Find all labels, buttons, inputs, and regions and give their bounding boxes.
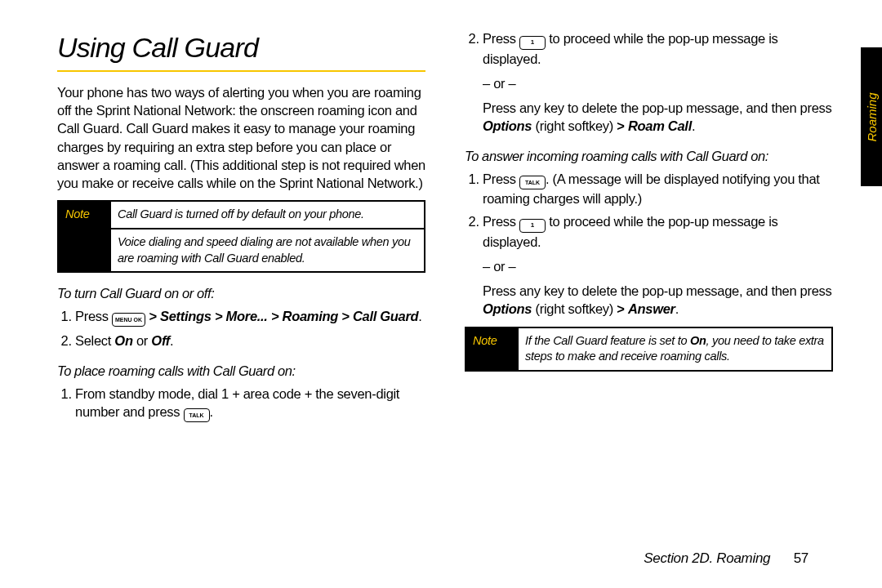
subhead-place: To place roaming calls with Call Guard o… [57,362,425,380]
note-line-2: Voice dialing and speed dialing are not … [110,229,425,272]
page-title: Using Call Guard [57,29,425,67]
turn-step-2: Select On or Off. [75,332,425,350]
footer-section: Section 2D. Roaming [644,550,770,566]
place-step-1: From standby mode, dial 1 + area code + … [75,385,425,422]
note-box-1: Note Call Guard is turned off by default… [57,200,425,273]
subhead-answer: To answer incoming roaming calls with Ca… [465,147,833,165]
turn-steps: Press MENU OK > Settings > More... > Roa… [57,307,425,350]
talk-key-icon: TALK [184,408,210,422]
side-tab-roaming: Roaming [861,47,882,186]
page-footer: Section 2D. Roaming 57 [644,550,808,567]
place-alt: Press any key to delete the pop-up messa… [483,99,833,136]
one-key-icon: 1 [519,36,546,50]
subhead-turn: To turn Call Guard on or off: [57,284,425,302]
answer-step-1: Press TALK. (A message will be displayed… [483,170,833,207]
one-key-icon: 1 [519,219,546,233]
left-column: Using Call Guard Your phone has two ways… [57,29,425,429]
place-step-2: Press 1 to proceed while the pop-up mess… [483,29,833,68]
or-divider-2: – or – [483,257,833,275]
place-steps: From standby mode, dial 1 + area code + … [57,385,425,422]
turn-step-1: Press MENU OK > Settings > More... > Roa… [75,307,425,327]
or-divider-1: – or – [483,74,833,92]
title-rule [57,70,425,72]
note-label: Note [466,327,518,371]
footer-page-number: 57 [794,550,808,566]
answer-step-2: Press 1 to proceed while the pop-up mess… [483,212,833,251]
note-label: Note [58,201,110,272]
right-column: Press 1 to proceed while the pop-up mess… [465,29,833,429]
talk-key-icon: TALK [519,176,546,189]
place-steps-cont: Press 1 to proceed while the pop-up mess… [465,29,833,68]
note2-text: If the Call Guard feature is set to On, … [518,327,832,371]
note-line-1: Call Guard is turned off by default on y… [110,201,425,229]
note-box-2: Note If the Call Guard feature is set to… [465,327,833,372]
menu-ok-key-icon: MENU OK [112,313,145,327]
answer-alt: Press any key to delete the pop-up messa… [483,282,833,318]
intro-paragraph: Your phone has two ways of alerting you … [57,83,425,193]
answer-steps: Press TALK. (A message will be displayed… [465,170,833,251]
